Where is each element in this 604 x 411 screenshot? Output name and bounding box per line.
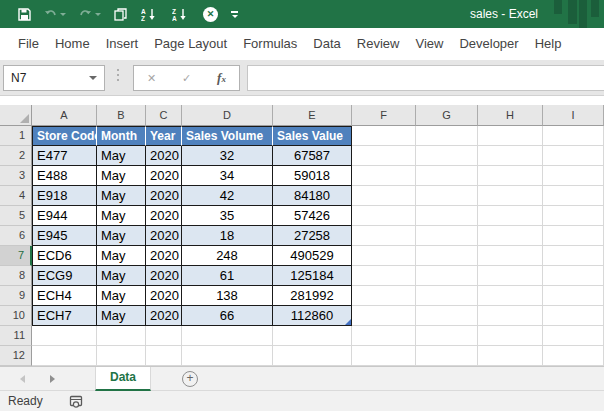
cell-B1[interactable]: Month xyxy=(97,126,146,146)
new-sheet-button[interactable]: + xyxy=(182,371,198,387)
sheet-nav-left-icon[interactable] xyxy=(20,375,25,383)
cell-H2[interactable] xyxy=(478,146,543,166)
cell-A4[interactable]: E918 xyxy=(32,186,97,206)
sheet-tab-data[interactable]: Data xyxy=(95,367,151,391)
customize-quick-access-toolbar-icon[interactable] xyxy=(231,11,238,18)
cell-G5[interactable] xyxy=(416,206,478,226)
cell-B2[interactable]: May xyxy=(97,146,146,166)
cell-B8[interactable]: May xyxy=(97,266,146,286)
cell-D9[interactable]: 138 xyxy=(182,286,273,306)
insert-function-icon[interactable]: fx xyxy=(204,70,239,86)
cell-D5[interactable]: 35 xyxy=(182,206,273,226)
cancel-icon[interactable]: ✕ xyxy=(134,72,169,85)
cell-I11[interactable] xyxy=(543,326,604,346)
cell-E4[interactable]: 84180 xyxy=(273,186,352,206)
cell-D12[interactable] xyxy=(182,346,273,366)
cell-A6[interactable]: E945 xyxy=(32,226,97,246)
cell-H6[interactable] xyxy=(478,226,543,246)
cell-B12[interactable] xyxy=(97,346,146,366)
cell-E11[interactable] xyxy=(273,326,352,346)
cell-B6[interactable]: May xyxy=(97,226,146,246)
cell-E3[interactable]: 59018 xyxy=(273,166,352,186)
cell-E12[interactable] xyxy=(273,346,352,366)
row-header-2[interactable]: 2 xyxy=(0,146,32,166)
name-box-dropdown-icon[interactable] xyxy=(89,76,97,80)
sort-za-icon[interactable]: ZA xyxy=(172,8,190,21)
cell-E7[interactable]: 490529 xyxy=(273,246,352,266)
tab-formulas[interactable]: Formulas xyxy=(235,28,305,60)
cell-F5[interactable] xyxy=(352,206,416,226)
tab-page-layout[interactable]: Page Layout xyxy=(146,28,235,60)
cell-H9[interactable] xyxy=(478,286,543,306)
cell-I3[interactable] xyxy=(543,166,604,186)
tab-review[interactable]: Review xyxy=(349,28,408,60)
cell-A2[interactable]: E477 xyxy=(32,146,97,166)
cell-C2[interactable]: 2020 xyxy=(146,146,182,166)
cell-D4[interactable]: 42 xyxy=(182,186,273,206)
cell-E5[interactable]: 57426 xyxy=(273,206,352,226)
cell-I10[interactable] xyxy=(543,306,604,326)
formula-input[interactable] xyxy=(247,65,604,91)
cell-B11[interactable] xyxy=(97,326,146,346)
cell-I8[interactable] xyxy=(543,266,604,286)
cell-F4[interactable] xyxy=(352,186,416,206)
cell-E8[interactable]: 125184 xyxy=(273,266,352,286)
row-header-3[interactable]: 3 xyxy=(0,166,32,186)
cell-G2[interactable] xyxy=(416,146,478,166)
cell-D2[interactable]: 32 xyxy=(182,146,273,166)
cell-I7[interactable] xyxy=(543,246,604,266)
close-circle-icon[interactable]: ✕ xyxy=(203,7,218,22)
cell-G9[interactable] xyxy=(416,286,478,306)
cell-D1[interactable]: Sales Volume xyxy=(182,126,273,146)
cell-A8[interactable]: ECG9 xyxy=(32,266,97,286)
tab-insert[interactable]: Insert xyxy=(98,28,147,60)
cell-A11[interactable] xyxy=(32,326,97,346)
cell-H3[interactable] xyxy=(478,166,543,186)
cell-F7[interactable] xyxy=(352,246,416,266)
tab-file[interactable]: File xyxy=(10,28,47,60)
tab-data[interactable]: Data xyxy=(305,28,348,60)
cell-F8[interactable] xyxy=(352,266,416,286)
cell-C10[interactable]: 2020 xyxy=(146,306,182,326)
cell-G12[interactable] xyxy=(416,346,478,366)
table-resize-handle[interactable] xyxy=(345,319,351,325)
cell-D3[interactable]: 34 xyxy=(182,166,273,186)
cell-A5[interactable]: E944 xyxy=(32,206,97,226)
macro-record-icon[interactable] xyxy=(69,395,83,408)
column-header-f[interactable]: F xyxy=(352,105,416,126)
row-header-8[interactable]: 8 xyxy=(0,266,32,286)
redo-icon[interactable] xyxy=(79,9,101,20)
cell-I4[interactable] xyxy=(543,186,604,206)
cell-B4[interactable]: May xyxy=(97,186,146,206)
cell-D8[interactable]: 61 xyxy=(182,266,273,286)
cell-E10[interactable]: 112860 xyxy=(273,306,352,326)
cell-C11[interactable] xyxy=(146,326,182,346)
column-header-b[interactable]: B xyxy=(97,105,146,126)
cell-H1[interactable] xyxy=(478,126,543,146)
cell-C12[interactable] xyxy=(146,346,182,366)
column-header-g[interactable]: G xyxy=(416,105,478,126)
cell-E9[interactable]: 281992 xyxy=(273,286,352,306)
sort-az-icon[interactable]: AZ xyxy=(141,8,159,21)
row-header-12[interactable]: 12 xyxy=(0,346,32,366)
cell-E1[interactable]: Sales Value xyxy=(273,126,352,146)
cell-B5[interactable]: May xyxy=(97,206,146,226)
cell-G3[interactable] xyxy=(416,166,478,186)
column-header-c[interactable]: C xyxy=(146,105,182,126)
cell-F6[interactable] xyxy=(352,226,416,246)
cell-B7[interactable]: May xyxy=(97,246,146,266)
cell-I5[interactable] xyxy=(543,206,604,226)
cell-A1[interactable]: Store Code xyxy=(32,126,97,146)
cell-H12[interactable] xyxy=(478,346,543,366)
cell-E6[interactable]: 27258 xyxy=(273,226,352,246)
cell-A7[interactable]: ECD6 xyxy=(32,246,97,266)
cell-G4[interactable] xyxy=(416,186,478,206)
cell-D11[interactable] xyxy=(182,326,273,346)
cell-A12[interactable] xyxy=(32,346,97,366)
row-header-7[interactable]: 7 xyxy=(0,246,32,266)
select-all-button[interactable] xyxy=(0,105,32,126)
cell-C9[interactable]: 2020 xyxy=(146,286,182,306)
cell-G7[interactable] xyxy=(416,246,478,266)
cell-A10[interactable]: ECH7 xyxy=(32,306,97,326)
column-header-i[interactable]: I xyxy=(543,105,604,126)
